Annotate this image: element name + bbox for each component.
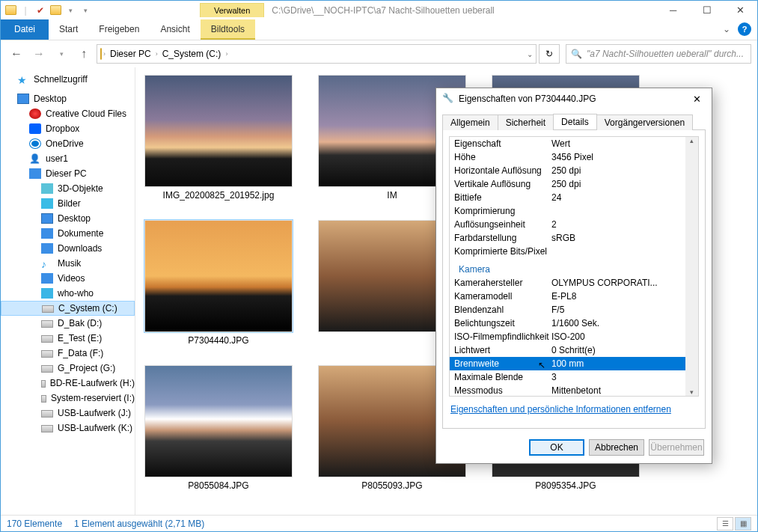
property-list[interactable]: EigenschaftWert Höhe3456 Pixel Horizonta… (449, 136, 699, 397)
tree-this-pc[interactable]: Dieser PC (1, 166, 135, 181)
view-details-button[interactable]: ☰ (717, 517, 733, 531)
ribbon-expand-icon[interactable]: ⌄ (715, 19, 738, 40)
status-selection: 1 Element ausgewählt (2,71 MB) (74, 519, 204, 529)
property-row[interactable]: Horizontale Auflösung250 dpi (450, 164, 698, 177)
tree-creative-cloud[interactable]: Creative Cloud Files (1, 106, 135, 121)
property-row[interactable]: Komprimierung (450, 204, 698, 218)
tab-previous-versions[interactable]: Vorgängerversionen (596, 114, 693, 130)
property-row-selected[interactable]: Brennweite100 mm↖ (450, 357, 698, 370)
device-icon (41, 288, 53, 299)
ok-button[interactable]: OK (529, 439, 584, 456)
qat-overflow[interactable]: ▾ (79, 4, 92, 17)
tab-file[interactable]: Datei (1, 19, 49, 40)
tree-who-who[interactable]: who-who (1, 286, 135, 301)
property-row[interactable]: FarbdarstellungsRGB (450, 231, 698, 245)
help-icon[interactable]: ? (738, 22, 751, 36)
tree-drive-g[interactable]: G_Project (G:) (1, 361, 135, 376)
property-row[interactable]: Lichtwert0 Schritt(e) (450, 343, 698, 357)
property-row[interactable]: BlendenzahlF/5 (450, 303, 698, 317)
tree-drive-e[interactable]: E_Test (E:) (1, 331, 135, 346)
tree-desktop2[interactable]: Desktop (1, 211, 135, 226)
address-dropdown-icon[interactable]: ⌄ (527, 50, 533, 58)
documents-icon (41, 228, 53, 239)
tree-3d-objects[interactable]: 3D-Objekte (1, 181, 135, 196)
history-dropdown-icon[interactable]: ▾ (52, 44, 71, 64)
chevron-right-icon[interactable]: › (156, 50, 158, 58)
apply-button: Übernehmen (649, 439, 704, 456)
cancel-button[interactable]: Abbrechen (589, 439, 644, 456)
folder-icon (4, 4, 17, 17)
file-item-selected[interactable]: P7304440.JPG (144, 220, 293, 346)
tab-view[interactable]: Ansicht (150, 19, 200, 40)
tree-drive-h[interactable]: BD-RE-Laufwerk (H:) (1, 376, 135, 391)
tree-drive-i[interactable]: System-reserviert (I:) (1, 391, 135, 406)
tree-onedrive[interactable]: OneDrive (1, 136, 135, 151)
tab-general[interactable]: Allgemein (442, 114, 498, 130)
tree-quick-access[interactable]: Schnellzugriff (1, 72, 135, 87)
forward-button[interactable]: → (29, 44, 49, 64)
tree-videos[interactable]: Videos (1, 271, 135, 286)
qat-check-icon[interactable]: ✔ (34, 4, 47, 17)
tab-details[interactable]: Details (553, 114, 597, 129)
qat-dropdown-icon[interactable]: ▾ (64, 4, 77, 17)
tree-drive-c[interactable]: C_System (C:) (1, 301, 135, 316)
tab-picture-tools[interactable]: Bildtools (201, 19, 255, 40)
drive-icon (41, 350, 53, 358)
property-row[interactable]: Komprimierte Bits/Pixel (450, 245, 698, 258)
refresh-button[interactable]: ↻ (539, 44, 560, 64)
property-row[interactable]: MessmodusMittenbetont (450, 384, 698, 397)
tab-share[interactable]: Freigeben (88, 19, 150, 40)
remove-properties-link[interactable]: Eigenschaften und persönliche Informatio… (449, 397, 673, 422)
property-row[interactable]: Auflösungseinheit2 (450, 218, 698, 231)
tree-drive-d[interactable]: D_Bak (D:) (1, 316, 135, 331)
tree-dropbox[interactable]: Dropbox (1, 121, 135, 136)
close-button[interactable]: ✕ (724, 1, 757, 19)
videos-icon (41, 273, 53, 284)
property-row[interactable]: Bittiefe24 (450, 191, 698, 204)
properties-dialog: Eigenschaften von P7304440.JPG ✕ Allgeme… (435, 88, 712, 464)
tree-drive-f[interactable]: F_Data (F:) (1, 346, 135, 361)
drive-icon (41, 320, 53, 328)
file-name: IMG_20200825_201952.jpg (144, 187, 293, 201)
file-item[interactable]: IMG_20200825_201952.jpg (144, 75, 293, 201)
tree-documents[interactable]: Dokumente (1, 226, 135, 241)
tree-downloads[interactable]: Downloads (1, 241, 135, 256)
property-row[interactable]: KameramodellE-PL8 (450, 290, 698, 303)
property-row[interactable]: KameraherstellerOLYMPUS CORPORATI... (450, 276, 698, 290)
minimize-button[interactable]: ─ (656, 1, 690, 19)
desktop-icon (17, 94, 29, 104)
breadcrumb-pc[interactable]: Dieser PC (107, 47, 154, 61)
property-row[interactable]: ISO-FilmempfindlichkeitISO-200 (450, 330, 698, 343)
breadcrumb-drive[interactable]: C_System (C:) (159, 47, 224, 61)
property-row[interactable]: Belichtungszeit1/1600 Sek. (450, 317, 698, 330)
scrollbar[interactable] (685, 137, 698, 396)
tab-start[interactable]: Start (49, 19, 88, 40)
pictures-icon (41, 198, 53, 209)
downloads-icon (41, 243, 53, 254)
user-icon (29, 153, 41, 164)
tree-desktop[interactable]: Desktop (1, 91, 135, 106)
tree-user[interactable]: user1 (1, 151, 135, 166)
chevron-right-icon[interactable]: › (103, 50, 106, 58)
property-row[interactable]: Maximale Blende3 (450, 370, 698, 384)
back-button[interactable]: ← (7, 44, 26, 64)
tree-drive-k[interactable]: USB-Laufwerk (K:) (1, 421, 135, 435)
tree-pictures[interactable]: Bilder (1, 196, 135, 211)
nav-tree[interactable]: Schnellzugriff Desktop Creative Cloud Fi… (1, 67, 135, 515)
property-row[interactable]: Vertikale Auflösung250 dpi (450, 177, 698, 191)
address-bar[interactable]: › Dieser PC › C_System (C:) › ⌄ (97, 44, 537, 64)
view-thumbnails-button[interactable]: ▦ (735, 517, 751, 531)
chevron-right-icon[interactable]: › (225, 50, 227, 58)
dialog-close-button[interactable]: ✕ (688, 92, 706, 106)
file-item[interactable]: P8055084.JPG (144, 365, 293, 491)
search-input[interactable]: 🔍 "a7 Nacht-Silhouetten ueberall" durch.… (566, 44, 751, 64)
tree-drive-j[interactable]: USB-Laufwerk (J:) (1, 406, 135, 421)
property-section: Kamera (450, 258, 698, 276)
property-row[interactable]: Höhe3456 Pixel (450, 150, 698, 164)
search-icon: 🔍 (571, 49, 582, 59)
tree-music[interactable]: Musik (1, 256, 135, 271)
tab-security[interactable]: Sicherheit (498, 114, 554, 130)
maximize-button[interactable]: ☐ (690, 1, 724, 19)
property-header: EigenschaftWert (450, 137, 698, 150)
up-button[interactable]: ↑ (74, 44, 94, 64)
